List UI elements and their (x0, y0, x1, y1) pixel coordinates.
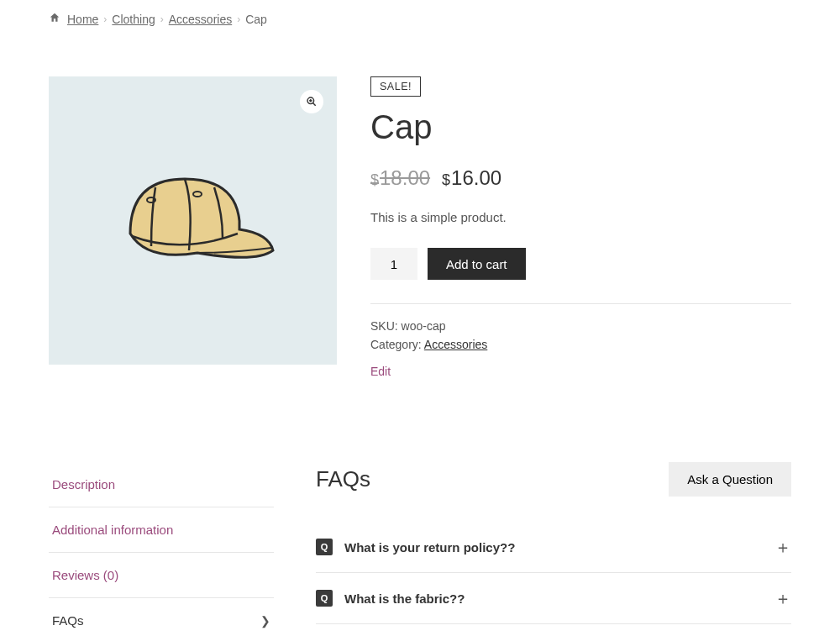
zoom-icon[interactable] (300, 90, 323, 113)
tab-description[interactable]: Description (49, 462, 274, 507)
chevron-right-icon: › (237, 13, 240, 25)
breadcrumb: Home › Clothing › Accessories › Cap (49, 12, 791, 26)
tab-additional-info[interactable]: Additional information (49, 507, 274, 553)
sku-value: woo-cap (402, 319, 446, 333)
faq-item[interactable]: Q What is the fabric?? ＋ (316, 573, 791, 624)
category-label: Category: (370, 338, 424, 351)
ask-question-button[interactable]: Ask a Question (669, 462, 791, 497)
faq-item[interactable]: Q What is your return policy?? ＋ (316, 522, 791, 573)
sale-badge: SALE! (370, 76, 421, 97)
new-price-value: 16.00 (451, 166, 501, 189)
product-title: Cap (370, 108, 791, 146)
new-price: $16.00 (442, 166, 501, 190)
price-row: $18.00 $16.00 (370, 166, 791, 190)
chevron-right-icon: ❯ (260, 614, 270, 628)
currency-symbol: $ (370, 171, 379, 188)
product-image[interactable] (49, 76, 337, 365)
old-price: $18.00 (370, 166, 430, 190)
chevron-right-icon: › (160, 13, 164, 25)
svg-line-1 (313, 103, 316, 106)
product-summary: SALE! Cap $18.00 $16.00 This is a simple… (370, 76, 791, 378)
product-meta: SKU: woo-cap Category: Accessories Edit (370, 303, 791, 378)
breadcrumb-current: Cap (245, 13, 267, 26)
cap-illustration (105, 154, 281, 288)
product-area: SALE! Cap $18.00 $16.00 This is a simple… (49, 76, 791, 378)
old-price-value: 18.00 (380, 166, 430, 189)
breadcrumb-clothing[interactable]: Clothing (112, 13, 155, 26)
tab-list: Description Additional information Revie… (49, 462, 274, 636)
quantity-input[interactable] (370, 248, 417, 280)
question-badge-icon: Q (316, 539, 333, 555)
category-link[interactable]: Accessories (424, 338, 487, 351)
faq-panel: FAQs Ask a Question Q What is your retur… (316, 462, 791, 636)
plus-icon: ＋ (774, 539, 791, 555)
sku-label: SKU: (370, 319, 402, 333)
chevron-right-icon: › (103, 13, 107, 25)
faq-title: FAQs (316, 466, 370, 492)
currency-symbol: $ (442, 171, 450, 188)
plus-icon: ＋ (774, 590, 791, 607)
tab-label: Additional information (52, 523, 173, 537)
home-icon (49, 12, 60, 26)
short-description: This is a simple product. (370, 210, 791, 224)
tabs-area: Description Additional information Revie… (49, 462, 791, 636)
faq-question: What is the fabric?? (344, 591, 763, 606)
cart-row: Add to cart (370, 248, 791, 280)
tab-faqs[interactable]: FAQs ❯ (49, 598, 274, 636)
breadcrumb-home[interactable]: Home (67, 13, 98, 26)
tab-label: FAQs (52, 613, 84, 628)
add-to-cart-button[interactable]: Add to cart (428, 248, 526, 280)
question-badge-icon: Q (316, 590, 333, 607)
faq-header: FAQs Ask a Question (316, 462, 791, 497)
edit-link[interactable]: Edit (370, 365, 391, 378)
faq-question: What is your return policy?? (344, 540, 763, 555)
tab-reviews[interactable]: Reviews (0) (49, 553, 274, 598)
breadcrumb-accessories[interactable]: Accessories (169, 13, 232, 26)
tab-label: Reviews (0) (52, 568, 118, 582)
tab-label: Description (52, 477, 115, 491)
